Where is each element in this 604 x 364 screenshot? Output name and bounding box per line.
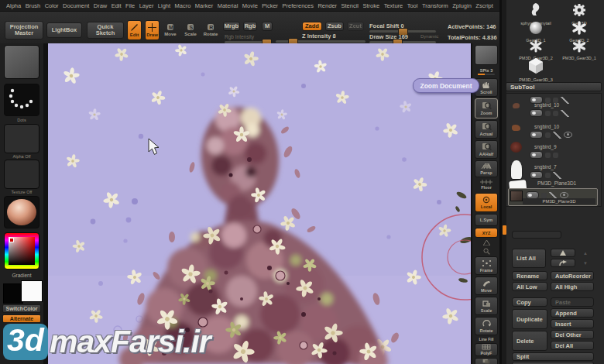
subtool-name[interactable]: PM3D_Plane3D1 xyxy=(537,180,576,186)
m-button[interactable]: M xyxy=(262,22,273,31)
subtool-row-icons[interactable] xyxy=(530,131,572,139)
z-intensity-slider[interactable] xyxy=(276,40,365,43)
zadd-button[interactable]: Zadd xyxy=(302,22,322,31)
focal-shift-slider[interactable] xyxy=(369,30,436,33)
arrow-marker-icon[interactable] xyxy=(475,239,498,246)
shelf-move-button[interactable]: Move xyxy=(475,276,498,295)
material-thumbnail[interactable] xyxy=(4,196,39,228)
mrgb-button[interactable]: Mrgb xyxy=(223,22,240,31)
menu-stencil[interactable]: Stencil xyxy=(341,2,359,9)
document-canvas[interactable] xyxy=(48,43,471,364)
shelf-scale-button[interactable]: Scale xyxy=(475,297,498,315)
rotate-button[interactable]: R Rotate xyxy=(203,21,218,39)
switch-color-button[interactable]: SwitchColor xyxy=(2,304,41,313)
menu-file[interactable]: File xyxy=(125,2,135,9)
menu-brush[interactable]: Brush xyxy=(26,2,41,9)
polyf-button[interactable]: PolyF xyxy=(475,343,498,356)
subtool-selected-row[interactable]: PM3D_Plane3D xyxy=(508,188,598,206)
quick-sketch-button[interactable]: Quick Sketch xyxy=(87,22,124,39)
insert-button[interactable]: Insert xyxy=(551,319,594,328)
spix-slider[interactable]: SPix 3 xyxy=(475,67,498,77)
current-brush-thumbnail[interactable] xyxy=(4,45,39,79)
scale-button[interactable]: S Scale xyxy=(183,21,198,39)
secondary-color-swatch[interactable] xyxy=(21,280,43,302)
subtool-up-button[interactable] xyxy=(551,249,575,257)
menu-movie[interactable]: Movie xyxy=(242,2,258,9)
move-button[interactable]: M Move xyxy=(163,21,178,39)
menu-transform[interactable]: Transform xyxy=(422,2,448,9)
zsub-button[interactable]: Zsub xyxy=(325,22,344,31)
menu-draw[interactable]: Draw xyxy=(94,2,108,9)
append-button[interactable]: Append xyxy=(551,308,594,318)
del-other-button[interactable]: Del Other xyxy=(551,330,594,339)
tool-item-pm3d-gear3d-3[interactable]: PM3D_Gear3D_3 xyxy=(516,57,556,82)
edit-button[interactable]: Edit xyxy=(127,20,142,40)
menu-document[interactable]: Document xyxy=(63,2,89,9)
delete-button[interactable]: Delete xyxy=(512,331,547,351)
floor-button[interactable]: Floor xyxy=(475,179,498,191)
menu-picker[interactable]: Picker xyxy=(262,2,278,9)
subtool-row-icons[interactable] xyxy=(530,151,558,159)
texture-label: Texture Off xyxy=(0,190,43,194)
frame-button[interactable]: Frame xyxy=(475,256,498,275)
mini-magnifier-icon[interactable] xyxy=(475,247,498,255)
color-picker[interactable] xyxy=(4,232,39,270)
subtool-name[interactable]: sngbird_9 xyxy=(534,144,557,149)
lightbox-button[interactable]: LightBox xyxy=(46,22,82,38)
menu-layer[interactable]: Layer xyxy=(139,2,154,9)
menu-preferences[interactable]: Preferences xyxy=(283,2,314,9)
subtool-name[interactable]: sngbird_10 xyxy=(534,124,559,129)
bpr-thumbnail-button[interactable] xyxy=(475,45,498,65)
xyz-button[interactable]: XYZ xyxy=(475,228,498,238)
menu-render[interactable]: Render xyxy=(317,2,337,9)
menu-color[interactable]: Color xyxy=(45,2,59,9)
auto-reorder-button[interactable]: AutoReorder xyxy=(551,271,594,280)
subtool-name[interactable]: sngbird_7 xyxy=(534,164,557,170)
active-points-readout: ActivePoints: 146 xyxy=(448,23,496,30)
menu-texture[interactable]: Texture xyxy=(384,2,403,9)
draw-button[interactable]: Draw xyxy=(145,20,160,40)
duplicate-button[interactable]: Duplicate xyxy=(512,309,547,329)
shelf-rotate-button[interactable]: Rotate xyxy=(475,317,498,335)
actual-button[interactable]: Actual xyxy=(475,120,498,139)
del-all-button[interactable]: Del All xyxy=(551,341,594,350)
menu-light[interactable]: Light xyxy=(158,2,170,9)
menu-zplugin[interactable]: Zplugin xyxy=(452,2,472,9)
menu-stroke[interactable]: Stroke xyxy=(362,2,379,9)
projection-master-button[interactable]: Projection Master xyxy=(5,21,43,39)
transp-button[interactable]: Transp xyxy=(475,358,498,364)
subtool-row-icons[interactable] xyxy=(530,171,561,179)
menu-macro[interactable]: Macro xyxy=(175,2,191,9)
rgb-button[interactable]: Rgb xyxy=(243,22,257,31)
rename-button[interactable]: Rename xyxy=(512,271,547,280)
menu-tool[interactable]: Tool xyxy=(407,2,418,9)
copy-button[interactable]: Copy xyxy=(512,297,547,307)
subtool-shuffle-button[interactable] xyxy=(551,259,575,267)
menu-alpha[interactable]: Alpha xyxy=(6,2,21,9)
spinner-down-icon[interactable]: ▼ xyxy=(583,261,588,266)
paste-button[interactable]: Paste xyxy=(551,297,594,307)
spinner-up-icon[interactable]: ▲ xyxy=(583,251,588,256)
tool-item-pm3d-gear3d-1[interactable]: PM3D_Gear3D_1 xyxy=(559,39,599,60)
alpha-thumbnail[interactable] xyxy=(4,124,39,153)
aahalf-button[interactable]: AAHalf xyxy=(475,140,498,159)
menu-material[interactable]: Material xyxy=(218,2,239,9)
menu-zscript[interactable]: Zscript xyxy=(475,2,493,9)
local-button[interactable]: Local xyxy=(475,193,498,212)
subtool-header[interactable]: SubTool xyxy=(506,82,602,91)
subtool-name[interactable]: sngbird_10 xyxy=(534,102,559,108)
lsym-button[interactable]: L.Sym xyxy=(475,214,498,226)
split-button[interactable]: Split xyxy=(512,352,594,361)
persp-button[interactable]: Persp xyxy=(475,160,498,177)
zoom-button[interactable]: Zoom xyxy=(475,98,498,118)
texture-thumbnail[interactable] xyxy=(4,160,39,189)
list-all-button[interactable]: List All xyxy=(512,249,546,268)
subtool-row-icons[interactable] xyxy=(530,109,569,117)
menu-marker[interactable]: Marker xyxy=(195,2,213,9)
zcut-button[interactable]: Zcut xyxy=(347,22,364,31)
all-high-button[interactable]: All High xyxy=(551,282,594,291)
stroke-thumbnail[interactable] xyxy=(4,84,39,116)
menu-edit[interactable]: Edit xyxy=(112,2,122,9)
subtool-thumb-figure xyxy=(511,160,522,179)
all-low-button[interactable]: All Low xyxy=(512,282,547,291)
